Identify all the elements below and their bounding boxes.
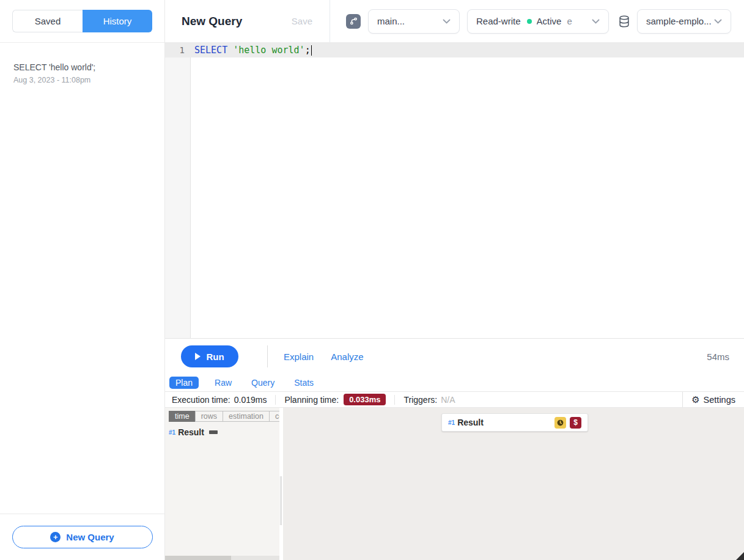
run-button[interactable]: Run: [181, 345, 238, 367]
sql-keyword: SELECT: [194, 45, 227, 56]
explain-link[interactable]: Explain: [284, 352, 314, 362]
tab-raw[interactable]: Raw: [211, 377, 235, 389]
save-button[interactable]: Save: [292, 16, 312, 26]
metric-time-button[interactable]: time: [169, 411, 196, 422]
settings-button[interactable]: ⚙ Settings: [682, 392, 744, 407]
sidebar-header: Saved History: [0, 0, 164, 43]
tab-query[interactable]: Query: [248, 377, 278, 389]
app-window: Saved History SELECT 'hello world'; Aug …: [0, 0, 744, 560]
gear-icon: ⚙: [691, 395, 699, 404]
plan-node-id: #1: [448, 419, 455, 426]
scrollbar-thumb[interactable]: [165, 556, 231, 560]
splitter-handle-icon: [280, 476, 282, 525]
triggers-value: N/A: [441, 395, 455, 405]
execution-time-label: Execution time:: [172, 395, 230, 405]
tab-saved[interactable]: Saved: [12, 10, 83, 32]
sidebar-footer: + New Query: [0, 514, 164, 560]
saved-history-toggle: Saved History: [12, 10, 152, 32]
text-cursor: [311, 45, 312, 56]
plan-tree-pane: time rows estimation cost #1 Result: [165, 408, 279, 560]
connection-mode-select[interactable]: Read-write Active e: [467, 9, 609, 34]
analyze-link[interactable]: Analyze: [331, 352, 363, 362]
time-badge: [554, 417, 566, 429]
branch-select-value: main...: [377, 16, 405, 26]
connection-extra-text: e: [567, 16, 572, 26]
connection-toolbar: main... Read-write Active e sample-emplo: [330, 0, 731, 42]
chevron-down-icon: [443, 19, 451, 24]
main-header: New Query Save main... Read-write: [165, 0, 744, 43]
plan-metric-buttons: time rows estimation cost: [169, 411, 279, 422]
metric-estimation-button[interactable]: estimation: [223, 411, 270, 422]
editor-active-line: 1 SELECT 'hello world';: [165, 43, 744, 57]
plan-node-label: Result: [178, 427, 204, 437]
branch-select[interactable]: main...: [368, 9, 460, 34]
plan-node-label: Result: [457, 418, 484, 427]
stats-divider: [394, 395, 395, 405]
database-select[interactable]: sample-emplo...: [637, 9, 731, 34]
planning-time-label: Planning time:: [284, 395, 339, 405]
database-icon: [617, 14, 631, 29]
code-line: SELECT 'hello world';: [191, 45, 312, 56]
plan-node-bar-icon: [209, 430, 218, 434]
toolbar-divider: [267, 345, 268, 367]
cost-badge: $: [570, 417, 581, 429]
query-title-section: New Query Save: [165, 0, 330, 42]
stats-divider: [275, 395, 276, 405]
resize-grip-icon[interactable]: [736, 552, 744, 560]
plan-tree-node[interactable]: #1 Result: [169, 427, 279, 437]
plan-diagram-pane: #1 Result $: [283, 408, 744, 560]
sql-editor[interactable]: 1 SELECT 'hello world';: [165, 43, 744, 338]
connection-status-value: Active: [537, 16, 562, 26]
plan-diagram-node[interactable]: #1 Result $: [441, 413, 588, 432]
sql-semicolon: ;: [305, 45, 311, 56]
execution-stats-bar: Execution time: 0.019ms Planning time: 0…: [165, 392, 744, 408]
query-duration: 54ms: [707, 352, 729, 362]
page-title: New Query: [182, 15, 242, 28]
new-query-button-label: New Query: [66, 532, 114, 542]
sidebar: Saved History SELECT 'hello world'; Aug …: [0, 0, 165, 560]
history-timestamp: Aug 3, 2023 - 11:08pm: [13, 76, 151, 84]
sql-string: 'hello world': [233, 45, 304, 56]
horizontal-scrollbar[interactable]: [165, 556, 279, 560]
triggers-label: Triggers:: [403, 395, 437, 405]
chevron-down-icon: [592, 19, 600, 24]
status-dot-icon: [527, 19, 532, 24]
tab-history[interactable]: History: [83, 10, 152, 32]
planning-time-badge: 0.033ms: [344, 394, 386, 405]
history-list-item[interactable]: SELECT 'hello world'; Aug 3, 2023 - 11:0…: [0, 57, 164, 89]
chevron-down-icon: [714, 19, 722, 24]
connection-mode-value: Read-write: [476, 16, 521, 26]
settings-label: Settings: [704, 395, 735, 405]
line-number: 1: [165, 45, 191, 55]
new-query-button[interactable]: + New Query: [12, 526, 153, 548]
execution-time-value: 0.019ms: [234, 395, 267, 405]
history-query-text: SELECT 'hello world';: [13, 62, 151, 72]
history-list: SELECT 'hello world'; Aug 3, 2023 - 11:0…: [0, 43, 164, 89]
database-select-value: sample-emplo...: [646, 16, 712, 26]
editor-gutter: [165, 43, 191, 338]
play-icon: [195, 353, 201, 360]
run-toolbar: Run Explain Analyze 54ms: [165, 338, 744, 374]
tab-plan[interactable]: Plan: [169, 377, 199, 389]
results-tabs: Plan Raw Query Stats: [165, 374, 744, 392]
git-branch-icon[interactable]: [346, 14, 361, 29]
metric-rows-button[interactable]: rows: [195, 411, 223, 422]
plan-visualization: time rows estimation cost #1 Result: [165, 408, 744, 560]
run-button-label: Run: [206, 352, 224, 362]
tab-stats[interactable]: Stats: [290, 377, 317, 389]
plan-node-id: #1: [169, 429, 175, 436]
plus-circle-icon: +: [50, 532, 61, 542]
main-panel: New Query Save main... Read-write: [165, 0, 744, 560]
